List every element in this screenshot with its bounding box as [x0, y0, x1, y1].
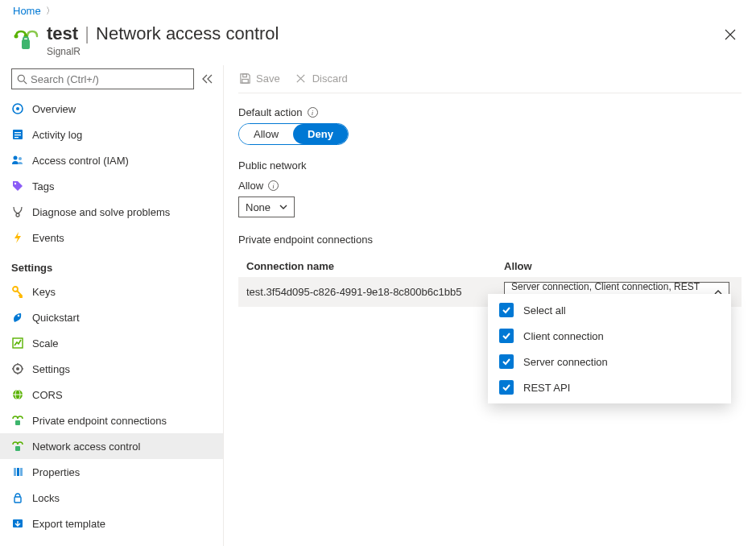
- sidebar-item-private-endpoints[interactable]: Private endpoint connections: [0, 407, 223, 433]
- dropdown-option-client-connection[interactable]: Client connection: [488, 323, 731, 349]
- save-button[interactable]: Save: [238, 72, 280, 85]
- page-title: test | Network access control: [47, 23, 719, 44]
- svg-rect-28: [15, 420, 20, 425]
- private-endpoint-icon: [11, 414, 24, 427]
- sidebar-item-label: Activity log: [32, 129, 82, 141]
- main-panel: Save Discard Default action i Allow Deny…: [224, 65, 756, 546]
- svg-point-17: [18, 315, 20, 317]
- column-allow: Allow: [504, 260, 733, 272]
- keys-icon: [11, 285, 24, 298]
- chevron-right-icon: 〉: [46, 5, 55, 17]
- sidebar-item-label: Network access control: [32, 441, 140, 453]
- sidebar-item-cors[interactable]: CORS: [0, 382, 223, 407]
- option-label: Select all: [523, 304, 566, 316]
- sidebar-item-tags[interactable]: Tags: [0, 173, 223, 199]
- activity-log-icon: [11, 128, 24, 141]
- sidebar-item-scale[interactable]: Scale: [0, 330, 223, 356]
- discard-button[interactable]: Discard: [295, 72, 348, 85]
- sidebar-item-network-access-control[interactable]: Network access control: [0, 433, 223, 459]
- checkbox-checked-icon: [499, 380, 514, 395]
- option-label: Server connection: [523, 356, 608, 368]
- info-icon[interactable]: i: [308, 107, 318, 118]
- column-connection-name: Connection name: [246, 260, 504, 272]
- sidebar-item-quickstart[interactable]: Quickstart: [0, 304, 223, 330]
- svg-rect-35: [242, 73, 246, 77]
- sidebar-item-export-template[interactable]: Export template: [0, 511, 223, 536]
- save-label: Save: [256, 72, 280, 85]
- toolbar: Save Discard: [238, 68, 742, 93]
- public-allow-dropdown[interactable]: None: [238, 196, 295, 217]
- svg-rect-36: [242, 79, 248, 83]
- sidebar-item-activity-log[interactable]: Activity log: [0, 122, 223, 147]
- scale-icon: [11, 337, 24, 350]
- checkbox-checked-icon: [499, 303, 514, 317]
- option-label: Client connection: [523, 330, 604, 342]
- option-label: REST API: [523, 382, 570, 394]
- table-header: Connection name Allow: [238, 255, 742, 277]
- cors-icon: [11, 388, 24, 401]
- dropdown-value: None: [246, 201, 271, 213]
- svg-rect-9: [14, 132, 21, 133]
- sidebar-item-settings[interactable]: Settings: [0, 356, 223, 382]
- sidebar-item-label: Access control (IAM): [32, 155, 129, 167]
- svg-rect-32: [20, 468, 23, 476]
- sidebar-item-label: Export template: [32, 518, 105, 530]
- toggle-allow[interactable]: Allow: [239, 124, 293, 144]
- dropdown-option-server-connection[interactable]: Server connection: [488, 349, 731, 374]
- sidebar-item-label: Quickstart: [32, 312, 80, 324]
- tags-icon: [11, 180, 24, 192]
- sidebar-item-access-control[interactable]: Access control (IAM): [0, 147, 223, 173]
- svg-point-13: [19, 157, 22, 160]
- sidebar-item-label: Settings: [32, 363, 70, 375]
- search-icon: [17, 74, 27, 85]
- sidebar-item-properties[interactable]: Properties: [0, 459, 223, 485]
- collapse-sidebar-button[interactable]: [202, 74, 213, 84]
- overview-icon: [11, 102, 24, 115]
- search-input[interactable]: [31, 73, 188, 85]
- svg-point-0: [14, 35, 19, 39]
- sidebar-search[interactable]: [11, 68, 194, 89]
- default-action-label: Default action i: [238, 106, 742, 118]
- sidebar-item-label: Overview: [32, 103, 76, 115]
- sidebar-item-label: Keys: [32, 286, 56, 298]
- sidebar-item-label: CORS: [32, 389, 63, 401]
- save-icon: [238, 72, 251, 85]
- svg-rect-3: [23, 37, 28, 41]
- checkbox-checked-icon: [499, 329, 514, 343]
- checkbox-checked-icon: [499, 354, 514, 369]
- discard-icon: [295, 72, 308, 85]
- svg-rect-30: [14, 468, 16, 476]
- breadcrumb-home[interactable]: Home: [13, 5, 41, 17]
- info-icon[interactable]: i: [268, 180, 279, 191]
- svg-point-14: [14, 183, 16, 184]
- pec-heading: Private endpoint connections: [238, 234, 742, 246]
- quickstart-icon: [11, 311, 24, 324]
- access-control-icon: [11, 154, 24, 167]
- svg-rect-31: [17, 468, 19, 476]
- svg-point-12: [14, 156, 18, 160]
- dropdown-option-select-all[interactable]: Select all: [488, 297, 731, 323]
- sidebar-item-locks[interactable]: Locks: [0, 485, 223, 511]
- svg-point-20: [16, 367, 19, 370]
- svg-point-4: [18, 75, 24, 81]
- cell-connection-name: test.3f54d095-c826-4991-9e18-8c800b6c1bb…: [246, 286, 504, 298]
- signalr-icon: [13, 25, 39, 51]
- public-allow-label: Allow i: [238, 180, 742, 192]
- svg-rect-33: [14, 497, 21, 503]
- diagnose-icon: [11, 205, 24, 218]
- network-access-icon: [11, 440, 24, 453]
- sidebar-item-overview[interactable]: Overview: [0, 96, 223, 122]
- svg-line-5: [24, 81, 27, 84]
- close-button[interactable]: [719, 23, 742, 46]
- sidebar-item-label: Tags: [32, 180, 54, 192]
- svg-rect-11: [14, 137, 19, 138]
- sidebar-item-label: Events: [32, 232, 64, 244]
- sidebar-item-keys[interactable]: Keys: [0, 279, 223, 304]
- toggle-deny[interactable]: Deny: [293, 124, 348, 144]
- default-action-toggle[interactable]: Allow Deny: [238, 123, 349, 145]
- sidebar-item-label: Scale: [32, 337, 59, 350]
- page-header: test | Network access control SignalR: [0, 20, 756, 65]
- dropdown-option-rest-api[interactable]: REST API: [488, 374, 731, 400]
- sidebar-item-diagnose[interactable]: Diagnose and solve problems: [0, 199, 223, 225]
- sidebar-item-events[interactable]: Events: [0, 225, 223, 250]
